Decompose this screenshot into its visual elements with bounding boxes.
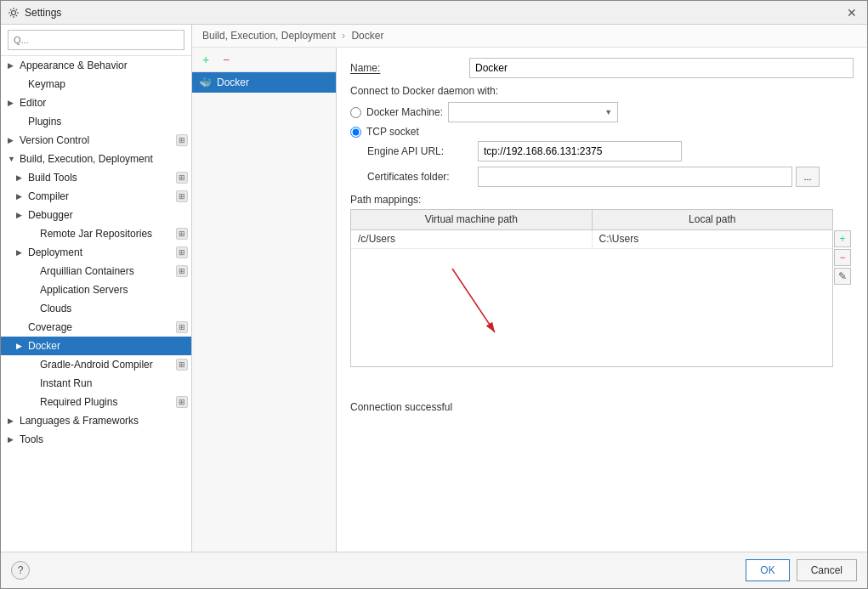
sidebar-item-label: Coverage <box>28 321 72 333</box>
close-button[interactable]: ✕ <box>843 6 860 20</box>
sidebar-item-label: Clouds <box>40 303 71 314</box>
sidebar-item-label: Appearance & Behavior <box>20 59 128 71</box>
expand-arrow: ▶ <box>8 416 18 425</box>
machine-dropdown[interactable]: ▼ <box>448 102 618 122</box>
sidebar-item-keymap[interactable]: Keymap <box>1 75 191 93</box>
main-split: + − 🐳 Docker Name: <box>192 48 867 552</box>
docker-icon: 🐳 <box>199 76 212 88</box>
sidebar-item-label: Plugins <box>28 116 61 127</box>
badge: ⊞ <box>176 321 188 333</box>
path-mappings-section: Path mappings: Virtual machine path Loca… <box>350 194 854 413</box>
sidebar-item-label: Docker <box>28 340 60 352</box>
config-panel: Name: Connect to Docker daemon with: Doc… <box>337 48 867 552</box>
search-input[interactable] <box>8 30 184 50</box>
breadcrumb-parent: Build, Execution, Deployment <box>202 30 336 42</box>
settings-icon <box>8 7 20 19</box>
tcp-socket-label[interactable]: TCP socket <box>366 126 419 138</box>
sidebar-item-version-control[interactable]: ▶ Version Control ⊞ <box>1 131 191 150</box>
vm-path-cell: /c/Users <box>351 230 593 248</box>
badge: ⊞ <box>176 228 188 240</box>
sidebar-item-label: Build, Execution, Deployment <box>20 153 153 165</box>
browse-button[interactable]: ... <box>796 167 820 187</box>
sidebar-item-label: Editor <box>20 97 46 109</box>
svg-point-0 <box>12 10 16 14</box>
path-table-header: Virtual machine path Local path <box>351 210 832 230</box>
main-panel: Build, Execution, Deployment › Docker + … <box>192 25 867 552</box>
sidebar-item-docker[interactable]: ▶ Docker <box>1 337 191 355</box>
expand-arrow: ▶ <box>16 342 26 350</box>
sidebar-item-appearance[interactable]: ▶ Appearance & Behavior <box>1 56 191 75</box>
sidebar-item-languages[interactable]: ▶ Languages & Frameworks <box>1 411 191 430</box>
sidebar-item-clouds[interactable]: Clouds <box>1 299 191 318</box>
sidebar-item-build-tools[interactable]: ▶ Build Tools ⊞ <box>1 168 191 187</box>
breadcrumb-separator: › <box>342 30 345 42</box>
cert-folder-input[interactable] <box>478 167 792 187</box>
sidebar-item-label: Languages & Frameworks <box>20 415 139 427</box>
sidebar-item-compiler[interactable]: ▶ Compiler ⊞ <box>1 187 191 206</box>
sidebar-item-label: Application Servers <box>40 284 128 296</box>
cancel-button[interactable]: Cancel <box>797 559 857 581</box>
sidebar-item-tools[interactable]: ▶ Tools <box>1 430 191 449</box>
content-area: ▶ Appearance & Behavior Keymap ▶ Editor … <box>1 25 867 552</box>
table-add-button[interactable]: + <box>834 230 851 247</box>
sidebar-item-required-plugins[interactable]: Required Plugins ⊞ <box>1 393 191 411</box>
sidebar-item-label: Debugger <box>28 209 73 221</box>
expand-arrow: ▶ <box>16 173 26 182</box>
sidebar-item-remote-jar[interactable]: Remote Jar Repositories ⊞ <box>1 224 191 243</box>
sidebar-item-plugins[interactable]: Plugins <box>1 112 191 131</box>
ok-button[interactable]: OK <box>746 559 789 581</box>
sidebar-item-label: Version Control <box>20 134 89 146</box>
sidebar-item-deployment[interactable]: ▶ Deployment ⊞ <box>1 243 191 262</box>
sidebar: ▶ Appearance & Behavior Keymap ▶ Editor … <box>1 25 192 552</box>
table-row[interactable]: /c/Users C:\Users <box>351 230 832 249</box>
sidebar-item-label: Compiler <box>28 190 69 202</box>
help-button[interactable]: ? <box>11 561 30 580</box>
sidebar-item-arquillian[interactable]: Arquillian Containers ⊞ <box>1 262 191 280</box>
sidebar-item-label: Tools <box>20 433 43 445</box>
docker-machine-row: Docker Machine: ▼ <box>350 102 854 122</box>
local-path-cell: C:\Users <box>593 230 833 248</box>
sidebar-tree: ▶ Appearance & Behavior Keymap ▶ Editor … <box>1 56 191 552</box>
docker-machine-radio[interactable] <box>350 107 361 118</box>
sidebar-item-coverage[interactable]: Coverage ⊞ <box>1 318 191 337</box>
sidebar-item-instant-run[interactable]: Instant Run <box>1 374 191 393</box>
sidebar-item-editor[interactable]: ▶ Editor <box>1 93 191 112</box>
tcp-socket-row: TCP socket <box>350 126 854 138</box>
title-bar: Settings ✕ <box>1 1 867 25</box>
sidebar-item-gradle-android[interactable]: Gradle-Android Compiler ⊞ <box>1 355 191 374</box>
connection-status: Connection successful <box>350 401 854 413</box>
breadcrumb-current: Docker <box>351 30 383 42</box>
bottom-left: ? <box>11 561 739 580</box>
sidebar-item-label: Build Tools <box>28 172 77 184</box>
search-box <box>1 25 191 56</box>
docker-list-item[interactable]: 🐳 Docker <box>192 72 336 93</box>
chevron-down-icon: ▼ <box>604 108 612 116</box>
sidebar-item-label: Required Plugins <box>40 396 117 408</box>
breadcrumb: Build, Execution, Deployment › Docker <box>192 25 867 48</box>
name-label: Name: <box>350 62 469 74</box>
sidebar-item-label: Deployment <box>28 246 82 258</box>
table-remove-button[interactable]: − <box>834 249 851 266</box>
expand-arrow: ▶ <box>8 435 18 444</box>
sidebar-item-app-servers[interactable]: Application Servers <box>1 280 191 299</box>
badge: ⊞ <box>176 246 188 258</box>
name-input[interactable] <box>469 58 854 78</box>
remove-docker-button[interactable]: − <box>218 51 235 68</box>
sidebar-item-debugger[interactable]: ▶ Debugger <box>1 206 191 224</box>
settings-window: Settings ✕ ▶ Appearance & Behavior Keyma… <box>0 0 868 589</box>
engine-api-input[interactable] <box>478 141 682 161</box>
expand-arrow: ▶ <box>8 136 18 144</box>
path-table: Virtual machine path Local path /c/Users… <box>350 209 833 367</box>
docker-machine-label[interactable]: Docker Machine: <box>366 106 443 118</box>
title-bar-left: Settings <box>8 7 61 19</box>
expand-arrow: ▶ <box>16 192 26 201</box>
expand-arrow: ▶ <box>16 211 26 219</box>
add-docker-button[interactable]: + <box>197 51 214 68</box>
sidebar-item-build-execution[interactable]: ▼ Build, Execution, Deployment <box>1 150 191 168</box>
col-local-header: Local path <box>593 210 833 229</box>
expand-arrow: ▶ <box>8 99 18 107</box>
table-edit-button[interactable]: ✎ <box>834 268 851 285</box>
path-table-body: /c/Users C:\Users + − ✎ <box>351 230 832 366</box>
tcp-socket-radio[interactable] <box>350 127 361 138</box>
badge: ⊞ <box>176 134 188 146</box>
